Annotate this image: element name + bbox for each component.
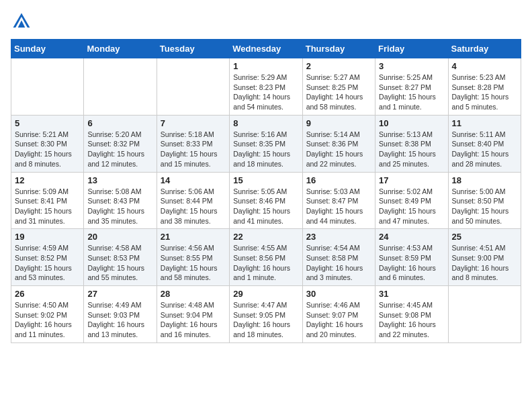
day-number: 1 xyxy=(233,61,298,71)
calendar-cell: 27Sunrise: 4:49 AM Sunset: 9:03 PM Dayli… xyxy=(84,286,157,343)
day-number: 11 xyxy=(452,118,517,128)
day-number: 14 xyxy=(161,175,226,185)
col-header-sunday: Sunday xyxy=(11,40,84,58)
day-info: Sunrise: 5:11 AM Sunset: 8:40 PM Dayligh… xyxy=(452,130,517,169)
col-header-tuesday: Tuesday xyxy=(157,40,229,58)
calendar-cell: 3Sunrise: 5:25 AM Sunset: 8:27 PM Daylig… xyxy=(375,58,448,116)
day-info: Sunrise: 5:13 AM Sunset: 8:38 PM Dayligh… xyxy=(379,130,444,169)
day-info: Sunrise: 4:50 AM Sunset: 9:02 PM Dayligh… xyxy=(15,300,80,340)
calendar-cell: 13Sunrise: 5:08 AM Sunset: 8:43 PM Dayli… xyxy=(84,172,157,229)
day-number: 31 xyxy=(379,289,444,299)
calendar-cell: 17Sunrise: 5:02 AM Sunset: 8:49 PM Dayli… xyxy=(375,172,448,229)
day-info: Sunrise: 4:45 AM Sunset: 9:08 PM Dayligh… xyxy=(379,300,444,340)
calendar-week-row: 1Sunrise: 5:29 AM Sunset: 8:23 PM Daylig… xyxy=(11,58,521,116)
col-header-thursday: Thursday xyxy=(302,40,375,58)
day-info: Sunrise: 5:09 AM Sunset: 8:41 PM Dayligh… xyxy=(15,187,80,226)
day-info: Sunrise: 5:21 AM Sunset: 8:30 PM Dayligh… xyxy=(15,130,80,169)
day-info: Sunrise: 5:20 AM Sunset: 8:32 PM Dayligh… xyxy=(87,130,152,169)
col-header-wednesday: Wednesday xyxy=(230,40,302,58)
calendar-week-row: 5Sunrise: 5:21 AM Sunset: 8:30 PM Daylig… xyxy=(11,115,521,172)
calendar-week-row: 26Sunrise: 4:50 AM Sunset: 9:02 PM Dayli… xyxy=(11,286,521,343)
day-number: 13 xyxy=(87,175,152,185)
day-info: Sunrise: 5:18 AM Sunset: 8:33 PM Dayligh… xyxy=(161,130,226,169)
calendar-cell: 9Sunrise: 5:14 AM Sunset: 8:36 PM Daylig… xyxy=(302,115,375,172)
calendar-cell: 24Sunrise: 4:53 AM Sunset: 8:59 PM Dayli… xyxy=(375,229,448,286)
calendar-week-row: 12Sunrise: 5:09 AM Sunset: 8:41 PM Dayli… xyxy=(11,172,521,229)
day-info: Sunrise: 5:14 AM Sunset: 8:36 PM Dayligh… xyxy=(306,130,371,169)
day-info: Sunrise: 4:58 AM Sunset: 8:53 PM Dayligh… xyxy=(87,243,152,283)
calendar-cell xyxy=(157,58,229,116)
day-info: Sunrise: 5:02 AM Sunset: 8:49 PM Dayligh… xyxy=(379,187,444,226)
col-header-friday: Friday xyxy=(375,40,448,58)
day-number: 24 xyxy=(379,232,444,242)
calendar-cell: 10Sunrise: 5:13 AM Sunset: 8:38 PM Dayli… xyxy=(375,115,448,172)
calendar-cell: 1Sunrise: 5:29 AM Sunset: 8:23 PM Daylig… xyxy=(230,58,302,116)
calendar-cell: 29Sunrise: 4:47 AM Sunset: 9:05 PM Dayli… xyxy=(230,286,302,343)
calendar-cell: 21Sunrise: 4:56 AM Sunset: 8:55 PM Dayli… xyxy=(157,229,229,286)
calendar-cell: 7Sunrise: 5:18 AM Sunset: 8:33 PM Daylig… xyxy=(157,115,229,172)
day-number: 29 xyxy=(233,289,298,299)
day-number: 15 xyxy=(233,175,298,185)
day-info: Sunrise: 5:00 AM Sunset: 8:50 PM Dayligh… xyxy=(452,187,517,226)
calendar-cell: 8Sunrise: 5:16 AM Sunset: 8:35 PM Daylig… xyxy=(230,115,302,172)
day-info: Sunrise: 5:03 AM Sunset: 8:47 PM Dayligh… xyxy=(306,187,371,226)
calendar-cell xyxy=(11,58,84,116)
col-header-saturday: Saturday xyxy=(448,40,521,58)
day-number: 26 xyxy=(15,289,80,299)
calendar-cell: 31Sunrise: 4:45 AM Sunset: 9:08 PM Dayli… xyxy=(375,286,448,343)
calendar-cell: 23Sunrise: 4:54 AM Sunset: 8:58 PM Dayli… xyxy=(302,229,375,286)
day-info: Sunrise: 4:46 AM Sunset: 9:07 PM Dayligh… xyxy=(306,300,371,340)
calendar-cell: 28Sunrise: 4:48 AM Sunset: 9:04 PM Dayli… xyxy=(157,286,229,343)
day-number: 22 xyxy=(233,232,298,242)
day-number: 16 xyxy=(306,175,371,185)
day-info: Sunrise: 4:56 AM Sunset: 8:55 PM Dayligh… xyxy=(161,243,226,283)
day-info: Sunrise: 4:55 AM Sunset: 8:56 PM Dayligh… xyxy=(233,243,298,283)
calendar-cell xyxy=(84,58,157,116)
day-number: 6 xyxy=(87,118,152,128)
calendar-cell: 26Sunrise: 4:50 AM Sunset: 9:02 PM Dayli… xyxy=(11,286,84,343)
calendar-week-row: 19Sunrise: 4:59 AM Sunset: 8:52 PM Dayli… xyxy=(11,229,521,286)
calendar-cell: 5Sunrise: 5:21 AM Sunset: 8:30 PM Daylig… xyxy=(11,115,84,172)
day-info: Sunrise: 5:29 AM Sunset: 8:23 PM Dayligh… xyxy=(233,73,298,112)
day-info: Sunrise: 4:59 AM Sunset: 8:52 PM Dayligh… xyxy=(15,243,80,283)
day-number: 8 xyxy=(233,118,298,128)
day-number: 19 xyxy=(15,232,80,242)
day-info: Sunrise: 5:06 AM Sunset: 8:44 PM Dayligh… xyxy=(161,187,226,226)
day-number: 27 xyxy=(87,289,152,299)
day-info: Sunrise: 5:23 AM Sunset: 8:28 PM Dayligh… xyxy=(452,73,517,112)
calendar-cell xyxy=(448,286,521,343)
calendar-table: SundayMondayTuesdayWednesdayThursdayFrid… xyxy=(11,39,521,343)
day-info: Sunrise: 4:54 AM Sunset: 8:58 PM Dayligh… xyxy=(306,243,371,283)
day-number: 9 xyxy=(306,118,371,128)
calendar-cell: 18Sunrise: 5:00 AM Sunset: 8:50 PM Dayli… xyxy=(448,172,521,229)
day-number: 30 xyxy=(306,289,371,299)
col-header-monday: Monday xyxy=(84,40,157,58)
calendar-cell: 11Sunrise: 5:11 AM Sunset: 8:40 PM Dayli… xyxy=(448,115,521,172)
day-number: 3 xyxy=(379,61,444,71)
day-number: 10 xyxy=(379,118,444,128)
calendar-cell: 20Sunrise: 4:58 AM Sunset: 8:53 PM Dayli… xyxy=(84,229,157,286)
day-number: 21 xyxy=(161,232,226,242)
logo xyxy=(11,11,35,32)
day-number: 20 xyxy=(87,232,152,242)
calendar-cell: 15Sunrise: 5:05 AM Sunset: 8:46 PM Dayli… xyxy=(230,172,302,229)
day-number: 2 xyxy=(306,61,371,71)
calendar-cell: 19Sunrise: 4:59 AM Sunset: 8:52 PM Dayli… xyxy=(11,229,84,286)
calendar-cell: 12Sunrise: 5:09 AM Sunset: 8:41 PM Dayli… xyxy=(11,172,84,229)
logo-icon xyxy=(11,11,32,32)
day-number: 5 xyxy=(15,118,80,128)
day-info: Sunrise: 4:53 AM Sunset: 8:59 PM Dayligh… xyxy=(379,243,444,283)
day-info: Sunrise: 5:05 AM Sunset: 8:46 PM Dayligh… xyxy=(233,187,298,226)
calendar-cell: 6Sunrise: 5:20 AM Sunset: 8:32 PM Daylig… xyxy=(84,115,157,172)
day-number: 7 xyxy=(161,118,226,128)
day-info: Sunrise: 5:08 AM Sunset: 8:43 PM Dayligh… xyxy=(87,187,152,226)
day-info: Sunrise: 4:49 AM Sunset: 9:03 PM Dayligh… xyxy=(87,300,152,340)
calendar-cell: 16Sunrise: 5:03 AM Sunset: 8:47 PM Dayli… xyxy=(302,172,375,229)
day-number: 23 xyxy=(306,232,371,242)
calendar-cell: 22Sunrise: 4:55 AM Sunset: 8:56 PM Dayli… xyxy=(230,229,302,286)
calendar-cell: 25Sunrise: 4:51 AM Sunset: 9:00 PM Dayli… xyxy=(448,229,521,286)
day-info: Sunrise: 4:48 AM Sunset: 9:04 PM Dayligh… xyxy=(161,300,226,340)
day-number: 25 xyxy=(452,232,517,242)
calendar-cell: 2Sunrise: 5:27 AM Sunset: 8:25 PM Daylig… xyxy=(302,58,375,116)
day-number: 12 xyxy=(15,175,80,185)
